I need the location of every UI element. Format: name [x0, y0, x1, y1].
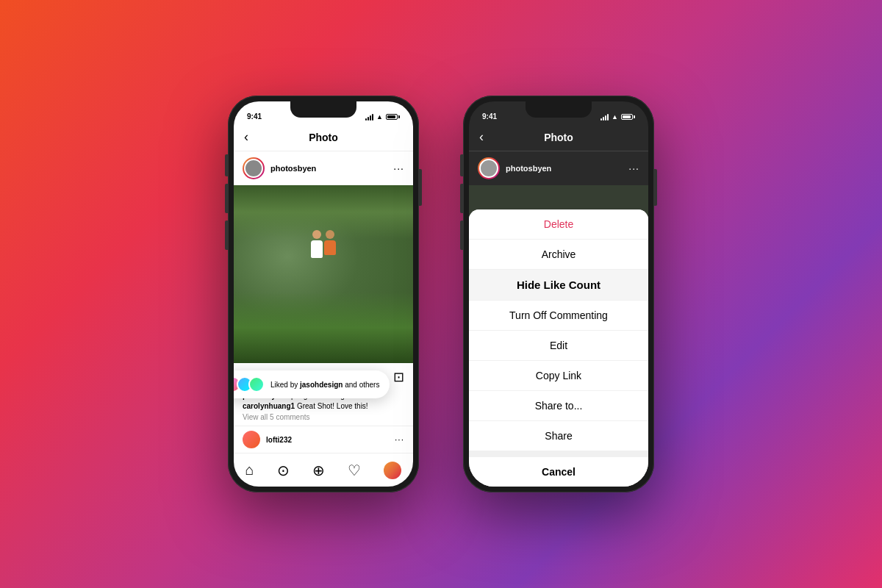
action-hide-like-count[interactable]: Hide Like Count	[469, 270, 648, 301]
action-edit[interactable]: Edit	[469, 331, 648, 361]
notch	[290, 101, 356, 118]
action-archive[interactable]: Archive	[469, 240, 648, 270]
likes-avatars	[234, 376, 265, 392]
post-header: photosbyen ···	[234, 151, 413, 185]
action-share[interactable]: Share	[469, 421, 648, 451]
comment-username: lofti232	[266, 436, 389, 444]
wifi-icon: ▲	[376, 113, 383, 121]
bottom-nav: ⌂ ⊙ ⊕ ♡	[234, 453, 413, 487]
nav-title: Photo	[309, 132, 338, 143]
mute-button[interactable]	[225, 154, 228, 176]
signal-icon	[365, 113, 373, 121]
commenter-name: carolynhuang1	[243, 402, 295, 410]
phone-right-screen: 9:41 ▲ ‹ Photo	[469, 101, 648, 487]
battery-icon	[386, 114, 400, 120]
action-delete[interactable]: Delete	[469, 209, 648, 240]
action-sheet-overlay: Delete Archive Hide Like Count Turn Off …	[469, 209, 648, 487]
comment-area: lofti232 ···	[234, 426, 413, 453]
post-header-right: photosbyen ···	[469, 151, 648, 185]
power-button[interactable]	[419, 169, 422, 206]
phone-left: 9:41 ▲ ‹ Photo	[228, 96, 419, 492]
bookmark-button[interactable]: ⊡	[393, 369, 404, 385]
comment-more-button[interactable]: ···	[395, 434, 404, 445]
signal-icon-right	[600, 113, 609, 121]
status-icons: ▲	[365, 113, 400, 121]
nav-title-right: Photo	[544, 132, 573, 143]
nav-bar: ‹ Photo	[234, 123, 413, 151]
view-comments[interactable]: View all 5 comments	[243, 413, 404, 421]
time: 9:41	[247, 112, 262, 121]
phone-left-screen: 9:41 ▲ ‹ Photo	[234, 101, 413, 487]
wifi-icon-right: ▲	[612, 113, 618, 121]
back-button-right[interactable]: ‹	[479, 129, 484, 145]
post-username[interactable]: photosbyen	[270, 164, 387, 173]
notch-right	[526, 101, 592, 118]
post-image	[234, 185, 413, 363]
comment-line: carolynhuang1 Great Shot! Love this!	[243, 401, 404, 412]
likes-text: Liked by jasohdesign and others	[270, 381, 379, 389]
action-copy-link[interactable]: Copy Link	[469, 361, 648, 391]
mute-button-right[interactable]	[460, 154, 463, 176]
more-options-button[interactable]: ···	[393, 162, 404, 174]
action-cancel[interactable]: Cancel	[469, 451, 648, 487]
add-nav-button[interactable]: ⊕	[312, 462, 325, 479]
search-nav-button[interactable]: ⊙	[277, 462, 290, 479]
likes-avatar-3	[248, 376, 265, 392]
volume-down-button[interactable]	[225, 220, 228, 250]
volume-up-button[interactable]	[225, 184, 228, 213]
volume-up-button-right[interactable]	[460, 184, 463, 213]
phone-right: 9:41 ▲ ‹ Photo	[463, 96, 654, 492]
nav-bar-right: ‹ Photo	[469, 123, 648, 151]
profile-avatar[interactable]	[243, 157, 265, 179]
battery-icon-right	[621, 114, 635, 120]
post-image-bg	[234, 185, 413, 363]
profile-avatar-right[interactable]	[478, 157, 500, 179]
status-icons-right: ▲	[600, 113, 635, 121]
profile-nav-button[interactable]	[384, 462, 401, 479]
post-username-right[interactable]: photosbyen	[506, 164, 623, 173]
volume-down-button-right[interactable]	[460, 220, 463, 250]
back-button[interactable]: ‹	[244, 129, 248, 145]
action-share-to[interactable]: Share to...	[469, 391, 648, 421]
more-options-button-right[interactable]: ···	[628, 162, 639, 174]
home-nav-button[interactable]: ⌂	[245, 462, 254, 478]
likes-banner: Liked by jasohdesign and others	[234, 370, 390, 398]
power-button-right[interactable]	[654, 169, 657, 206]
commenter-avatar	[243, 431, 260, 448]
heart-nav-button[interactable]: ♡	[348, 462, 361, 479]
action-sheet: Delete Archive Hide Like Count Turn Off …	[469, 209, 648, 487]
likes-username: jasohdesign	[300, 381, 343, 389]
couple-figures	[311, 230, 336, 258]
time-right: 9:41	[482, 112, 497, 121]
action-turn-off-commenting[interactable]: Turn Off Commenting	[469, 301, 648, 331]
comment-text: Great Shot! Love this!	[297, 402, 368, 410]
